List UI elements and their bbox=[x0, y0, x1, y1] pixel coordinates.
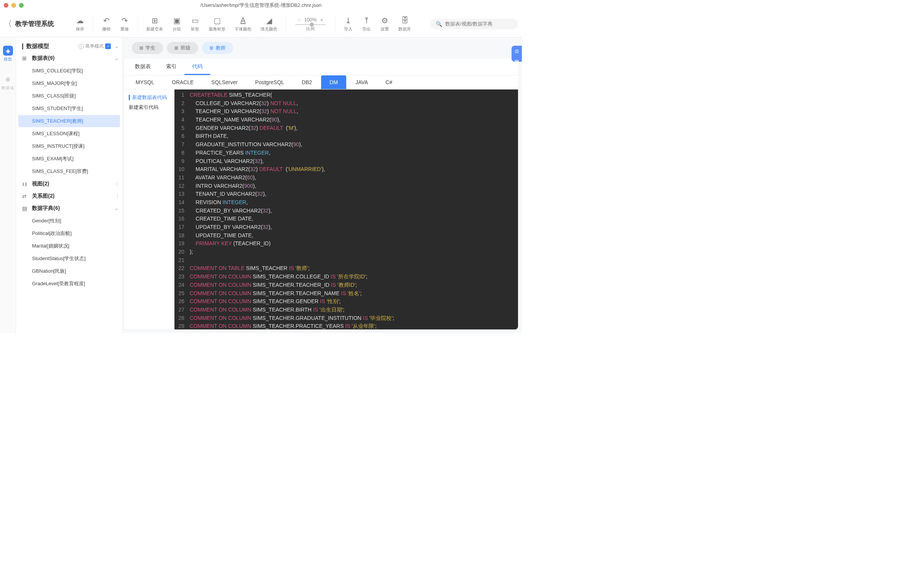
rect-button[interactable]: ▭矩形 bbox=[187, 16, 203, 32]
field-library-tab[interactable]: ⊟ 字段库 bbox=[511, 46, 522, 62]
title-bar: /Users/asher/tmp/学生信息管理系统-增加DB2.chnr.jso… bbox=[0, 0, 522, 11]
search-box[interactable]: 🔍 bbox=[430, 19, 518, 29]
sidebar-dict-item[interactable]: Marital[婚姻状况] bbox=[18, 240, 120, 252]
sidebar-dict-item[interactable]: StudentStatus[学生状态] bbox=[18, 252, 120, 265]
cube-icon: ◈ bbox=[3, 46, 13, 55]
sidebar-table-item[interactable]: SIMS_EXAM[考试] bbox=[18, 153, 120, 165]
codeside-create-index[interactable]: 新建索引代码 bbox=[127, 102, 172, 112]
table-icon: ⊞ bbox=[139, 45, 143, 50]
codeside-create-table[interactable]: 新建数据表代码 bbox=[127, 93, 172, 102]
sidebar-table-item[interactable]: SIMS_LESSON[课程] bbox=[18, 128, 120, 140]
round-rect-icon: ▢ bbox=[214, 16, 221, 25]
db-tab-postgresql[interactable]: PostgreSQL bbox=[247, 75, 293, 89]
redo-icon: ↷ bbox=[122, 16, 128, 25]
fill-color-icon: ◢ bbox=[266, 16, 272, 25]
sidebar-dict-item[interactable]: Political[政治面貌] bbox=[18, 227, 120, 240]
relation-icon: ⇄ bbox=[22, 193, 29, 199]
zoom-control[interactable]: －100%＋ 比例 bbox=[291, 16, 329, 32]
group-views[interactable]: ⫾⫿ 视图(2) 〈 bbox=[18, 178, 122, 190]
rail-model[interactable]: ◈ 模型 bbox=[0, 44, 16, 63]
simple-mode-toggle[interactable]: i 简单模式 ✓ ⌄ bbox=[78, 43, 119, 49]
module-title: 教学管理系统 bbox=[15, 19, 54, 28]
undo-button[interactable]: ↶撤销 bbox=[99, 16, 114, 32]
gear-icon: ⚙ bbox=[381, 16, 388, 25]
settings-button[interactable]: ⚙设置 bbox=[377, 16, 392, 32]
fill-color-button[interactable]: ◢填充颜色 bbox=[257, 16, 280, 32]
import-button[interactable]: ⤓导入 bbox=[340, 16, 356, 32]
zoom-minus-icon[interactable]: － bbox=[297, 16, 302, 23]
tab-index[interactable]: 索引 bbox=[158, 58, 184, 75]
db-tab-sqlserver[interactable]: SQLServer bbox=[203, 75, 246, 89]
code-editor[interactable]: 1CREATETABLE SIMS_TEACHER(2 COLLEGE_ID V… bbox=[174, 89, 518, 330]
group-dicts[interactable]: ▤ 数据字典(6) ⌄ bbox=[18, 202, 122, 214]
zoom-value: 100% bbox=[304, 17, 317, 23]
book-icon: ▤ bbox=[22, 205, 29, 211]
sidebar-table-item[interactable]: SIMS_CLASS[班级] bbox=[18, 90, 120, 102]
tab-datatable[interactable]: 数据表 bbox=[127, 58, 158, 75]
db-tab-mysql[interactable]: MYSQL bbox=[127, 75, 163, 89]
import-icon: ⤓ bbox=[345, 16, 351, 25]
export-button[interactable]: ⤒导出 bbox=[359, 16, 374, 32]
maximize-window-button[interactable] bbox=[19, 3, 24, 8]
chevron-down-icon: ⌄ bbox=[115, 55, 119, 61]
window-title: /Users/asher/tmp/学生信息管理系统-增加DB2.chnr.jso… bbox=[200, 2, 322, 9]
group-relations[interactable]: ⇄ 关系图(2) 〈 bbox=[18, 190, 122, 202]
sidebar-dict-item[interactable]: GBNation[民族] bbox=[18, 265, 120, 277]
export-icon: ⤒ bbox=[363, 16, 370, 25]
pill-class[interactable]: ⊞班级 bbox=[167, 42, 198, 54]
group-icon: ▣ bbox=[173, 16, 181, 25]
font-color-button[interactable]: A字体颜色 bbox=[231, 16, 254, 32]
redo-button[interactable]: ↷重做 bbox=[117, 16, 132, 32]
pill-student[interactable]: ⊞学生 bbox=[132, 42, 163, 54]
chevron-left-icon: 〈 bbox=[114, 181, 119, 187]
table-plus-icon: ⊞ bbox=[151, 16, 158, 25]
zoom-slider[interactable] bbox=[295, 24, 325, 25]
sidebar-table-item[interactable]: SIMS_COLLEGE[学院] bbox=[18, 65, 120, 77]
db-tab-dm[interactable]: DM bbox=[321, 75, 346, 89]
new-table-button[interactable]: ⊞新建空表 bbox=[143, 16, 166, 32]
chevron-down-icon[interactable]: ⌄ bbox=[112, 44, 119, 49]
back-navigation[interactable]: 〈 教学管理系统 bbox=[4, 18, 68, 30]
pill-teacher[interactable]: ⊞教师 bbox=[202, 42, 233, 54]
font-color-icon: A bbox=[240, 16, 245, 25]
sidebar-table-item[interactable]: SIMS_INSTRUCT[授课] bbox=[18, 140, 120, 152]
sidebar-dict-item[interactable]: GradeLevel[受教育程度] bbox=[18, 278, 120, 290]
sidebar-table-item[interactable]: SIMS_TEACHER[教师] bbox=[18, 115, 120, 127]
db-tab-oracle[interactable]: ORACLE bbox=[163, 75, 202, 89]
sidebar-table-item[interactable]: SIMS_STUDENT[学生] bbox=[18, 102, 120, 115]
rail-domain[interactable]: ⊕ 数据域 bbox=[0, 73, 16, 92]
database-icon: 🗄 bbox=[401, 16, 409, 25]
chart-icon: ⫾⫿ bbox=[22, 181, 29, 187]
search-icon: 🔍 bbox=[436, 21, 442, 27]
database-button[interactable]: 🗄数据库 bbox=[395, 16, 414, 32]
db-tab-java[interactable]: JAVA bbox=[347, 75, 376, 89]
info-icon: i bbox=[78, 44, 84, 49]
chevron-left-icon: 〈 bbox=[114, 193, 119, 200]
group-tables[interactable]: ⊞ 数据表(9) ⌄ bbox=[18, 52, 122, 64]
minimize-window-button[interactable] bbox=[11, 3, 16, 8]
search-input[interactable] bbox=[445, 21, 513, 27]
checkbox-checked-icon: ✓ bbox=[105, 44, 111, 49]
zoom-plus-icon[interactable]: ＋ bbox=[319, 16, 324, 23]
save-button[interactable]: ☁︎保存 bbox=[72, 16, 88, 32]
rect-icon: ▭ bbox=[192, 16, 199, 25]
globe-icon: ⊕ bbox=[3, 74, 13, 84]
table-icon: ⊞ bbox=[210, 45, 213, 50]
round-rect-button[interactable]: ▢圆角矩形 bbox=[206, 16, 229, 32]
db-tab-c#[interactable]: C# bbox=[377, 75, 401, 89]
chevron-down-icon: ⌄ bbox=[115, 206, 119, 211]
sidebar-table-item[interactable]: SIMS_MAJOR[专业] bbox=[18, 77, 120, 89]
db-tab-db2[interactable]: DB2 bbox=[293, 75, 321, 89]
table-icon: ⊞ bbox=[22, 55, 29, 61]
sidebar-dict-item[interactable]: Gender[性别] bbox=[18, 215, 120, 227]
sidebar-table-item[interactable]: SIMS_CLASS_FEE[班费] bbox=[18, 165, 120, 177]
sidebar: 数据模型 i 简单模式 ✓ ⌄ ⊞ 数据表(9) ⌄ SIMS_COLLEGE[… bbox=[16, 37, 123, 333]
library-icon: ⊟ bbox=[514, 49, 519, 54]
tab-code[interactable]: 代码 bbox=[184, 58, 210, 75]
close-window-button[interactable] bbox=[4, 3, 8, 8]
sidebar-title: 数据模型 bbox=[26, 43, 49, 50]
cloud-save-icon: ☁︎ bbox=[76, 16, 84, 25]
group-button[interactable]: ▣分组 bbox=[169, 16, 184, 32]
undo-icon: ↶ bbox=[103, 16, 110, 25]
table-icon: ⊞ bbox=[174, 45, 178, 50]
